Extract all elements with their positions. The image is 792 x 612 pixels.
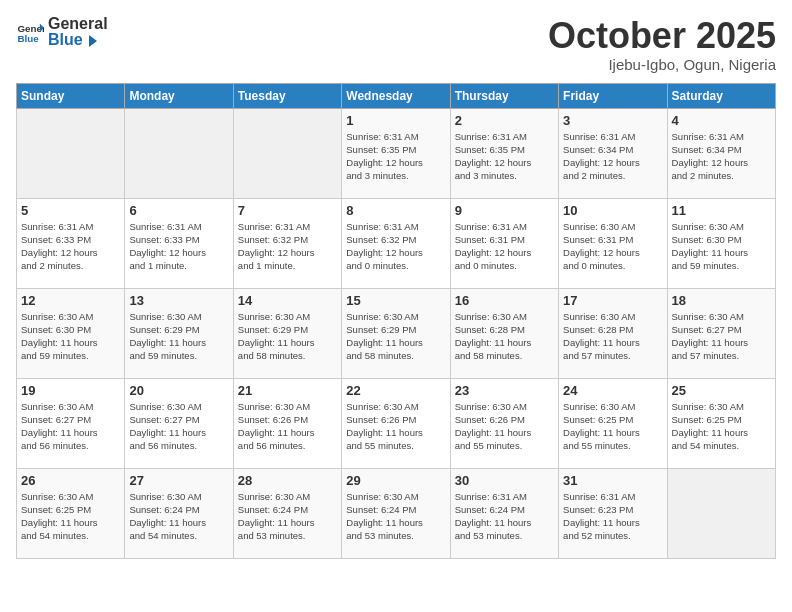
calendar-cell: 6Sunrise: 6:31 AM Sunset: 6:33 PM Daylig…	[125, 198, 233, 288]
day-info: Sunrise: 6:31 AM Sunset: 6:32 PM Dayligh…	[346, 220, 445, 273]
day-info: Sunrise: 6:31 AM Sunset: 6:24 PM Dayligh…	[455, 490, 554, 543]
day-number: 23	[455, 383, 554, 398]
calendar-cell: 23Sunrise: 6:30 AM Sunset: 6:26 PM Dayli…	[450, 378, 558, 468]
calendar-cell: 22Sunrise: 6:30 AM Sunset: 6:26 PM Dayli…	[342, 378, 450, 468]
day-info: Sunrise: 6:30 AM Sunset: 6:28 PM Dayligh…	[563, 310, 662, 363]
calendar-cell: 11Sunrise: 6:30 AM Sunset: 6:30 PM Dayli…	[667, 198, 775, 288]
calendar-cell: 18Sunrise: 6:30 AM Sunset: 6:27 PM Dayli…	[667, 288, 775, 378]
day-number: 5	[21, 203, 120, 218]
day-info: Sunrise: 6:30 AM Sunset: 6:31 PM Dayligh…	[563, 220, 662, 273]
calendar-cell: 2Sunrise: 6:31 AM Sunset: 6:35 PM Daylig…	[450, 108, 558, 198]
calendar-week-row: 1Sunrise: 6:31 AM Sunset: 6:35 PM Daylig…	[17, 108, 776, 198]
day-number: 11	[672, 203, 771, 218]
day-number: 30	[455, 473, 554, 488]
day-number: 17	[563, 293, 662, 308]
day-number: 20	[129, 383, 228, 398]
day-info: Sunrise: 6:30 AM Sunset: 6:28 PM Dayligh…	[455, 310, 554, 363]
day-info: Sunrise: 6:30 AM Sunset: 6:25 PM Dayligh…	[563, 400, 662, 453]
calendar-table: SundayMondayTuesdayWednesdayThursdayFrid…	[16, 83, 776, 559]
day-number: 31	[563, 473, 662, 488]
day-info: Sunrise: 6:30 AM Sunset: 6:27 PM Dayligh…	[129, 400, 228, 453]
day-info: Sunrise: 6:30 AM Sunset: 6:24 PM Dayligh…	[238, 490, 337, 543]
day-number: 7	[238, 203, 337, 218]
day-info: Sunrise: 6:31 AM Sunset: 6:33 PM Dayligh…	[129, 220, 228, 273]
day-info: Sunrise: 6:31 AM Sunset: 6:32 PM Dayligh…	[238, 220, 337, 273]
day-info: Sunrise: 6:30 AM Sunset: 6:26 PM Dayligh…	[238, 400, 337, 453]
weekday-header: Wednesday	[342, 83, 450, 108]
logo-blue-text: Blue	[48, 32, 108, 48]
day-number: 25	[672, 383, 771, 398]
title-block: October 2025 Ijebu-Igbo, Ogun, Nigeria	[548, 16, 776, 73]
day-info: Sunrise: 6:31 AM Sunset: 6:31 PM Dayligh…	[455, 220, 554, 273]
day-number: 4	[672, 113, 771, 128]
day-number: 18	[672, 293, 771, 308]
calendar-cell: 12Sunrise: 6:30 AM Sunset: 6:30 PM Dayli…	[17, 288, 125, 378]
day-number: 28	[238, 473, 337, 488]
calendar-cell: 31Sunrise: 6:31 AM Sunset: 6:23 PM Dayli…	[559, 468, 667, 558]
weekday-header: Monday	[125, 83, 233, 108]
calendar-cell: 10Sunrise: 6:30 AM Sunset: 6:31 PM Dayli…	[559, 198, 667, 288]
weekday-header: Thursday	[450, 83, 558, 108]
calendar-cell: 3Sunrise: 6:31 AM Sunset: 6:34 PM Daylig…	[559, 108, 667, 198]
day-number: 1	[346, 113, 445, 128]
day-number: 22	[346, 383, 445, 398]
calendar-cell: 14Sunrise: 6:30 AM Sunset: 6:29 PM Dayli…	[233, 288, 341, 378]
calendar-cell	[125, 108, 233, 198]
day-number: 16	[455, 293, 554, 308]
calendar-cell: 29Sunrise: 6:30 AM Sunset: 6:24 PM Dayli…	[342, 468, 450, 558]
day-number: 3	[563, 113, 662, 128]
day-number: 10	[563, 203, 662, 218]
location-title: Ijebu-Igbo, Ogun, Nigeria	[548, 56, 776, 73]
calendar-cell: 1Sunrise: 6:31 AM Sunset: 6:35 PM Daylig…	[342, 108, 450, 198]
day-info: Sunrise: 6:31 AM Sunset: 6:35 PM Dayligh…	[346, 130, 445, 183]
weekday-header: Sunday	[17, 83, 125, 108]
month-title: October 2025	[548, 16, 776, 56]
weekday-header: Saturday	[667, 83, 775, 108]
calendar-cell: 20Sunrise: 6:30 AM Sunset: 6:27 PM Dayli…	[125, 378, 233, 468]
logo: General Blue General Blue	[16, 16, 108, 48]
day-number: 14	[238, 293, 337, 308]
day-info: Sunrise: 6:30 AM Sunset: 6:25 PM Dayligh…	[672, 400, 771, 453]
calendar-cell: 5Sunrise: 6:31 AM Sunset: 6:33 PM Daylig…	[17, 198, 125, 288]
day-info: Sunrise: 6:31 AM Sunset: 6:35 PM Dayligh…	[455, 130, 554, 183]
calendar-cell: 13Sunrise: 6:30 AM Sunset: 6:29 PM Dayli…	[125, 288, 233, 378]
weekday-header: Tuesday	[233, 83, 341, 108]
day-info: Sunrise: 6:30 AM Sunset: 6:29 PM Dayligh…	[346, 310, 445, 363]
day-info: Sunrise: 6:31 AM Sunset: 6:33 PM Dayligh…	[21, 220, 120, 273]
calendar-week-row: 12Sunrise: 6:30 AM Sunset: 6:30 PM Dayli…	[17, 288, 776, 378]
calendar-cell: 28Sunrise: 6:30 AM Sunset: 6:24 PM Dayli…	[233, 468, 341, 558]
day-number: 24	[563, 383, 662, 398]
calendar-week-row: 5Sunrise: 6:31 AM Sunset: 6:33 PM Daylig…	[17, 198, 776, 288]
day-number: 21	[238, 383, 337, 398]
calendar-week-row: 26Sunrise: 6:30 AM Sunset: 6:25 PM Dayli…	[17, 468, 776, 558]
day-info: Sunrise: 6:30 AM Sunset: 6:30 PM Dayligh…	[672, 220, 771, 273]
day-number: 15	[346, 293, 445, 308]
day-info: Sunrise: 6:30 AM Sunset: 6:27 PM Dayligh…	[21, 400, 120, 453]
weekday-header: Friday	[559, 83, 667, 108]
day-number: 2	[455, 113, 554, 128]
day-info: Sunrise: 6:30 AM Sunset: 6:24 PM Dayligh…	[129, 490, 228, 543]
day-info: Sunrise: 6:30 AM Sunset: 6:25 PM Dayligh…	[21, 490, 120, 543]
calendar-cell: 7Sunrise: 6:31 AM Sunset: 6:32 PM Daylig…	[233, 198, 341, 288]
day-number: 9	[455, 203, 554, 218]
day-info: Sunrise: 6:31 AM Sunset: 6:23 PM Dayligh…	[563, 490, 662, 543]
day-info: Sunrise: 6:30 AM Sunset: 6:24 PM Dayligh…	[346, 490, 445, 543]
logo-general-text: General	[48, 16, 108, 32]
day-number: 26	[21, 473, 120, 488]
calendar-week-row: 19Sunrise: 6:30 AM Sunset: 6:27 PM Dayli…	[17, 378, 776, 468]
calendar-cell: 26Sunrise: 6:30 AM Sunset: 6:25 PM Dayli…	[17, 468, 125, 558]
svg-text:Blue: Blue	[17, 33, 39, 44]
calendar-cell: 8Sunrise: 6:31 AM Sunset: 6:32 PM Daylig…	[342, 198, 450, 288]
calendar-cell	[17, 108, 125, 198]
calendar-cell: 17Sunrise: 6:30 AM Sunset: 6:28 PM Dayli…	[559, 288, 667, 378]
day-info: Sunrise: 6:30 AM Sunset: 6:27 PM Dayligh…	[672, 310, 771, 363]
day-info: Sunrise: 6:30 AM Sunset: 6:29 PM Dayligh…	[238, 310, 337, 363]
day-number: 19	[21, 383, 120, 398]
day-info: Sunrise: 6:30 AM Sunset: 6:29 PM Dayligh…	[129, 310, 228, 363]
logo-icon: General Blue	[16, 18, 44, 46]
calendar-cell: 21Sunrise: 6:30 AM Sunset: 6:26 PM Dayli…	[233, 378, 341, 468]
day-info: Sunrise: 6:31 AM Sunset: 6:34 PM Dayligh…	[672, 130, 771, 183]
weekday-header-row: SundayMondayTuesdayWednesdayThursdayFrid…	[17, 83, 776, 108]
calendar-cell: 16Sunrise: 6:30 AM Sunset: 6:28 PM Dayli…	[450, 288, 558, 378]
day-info: Sunrise: 6:30 AM Sunset: 6:26 PM Dayligh…	[346, 400, 445, 453]
